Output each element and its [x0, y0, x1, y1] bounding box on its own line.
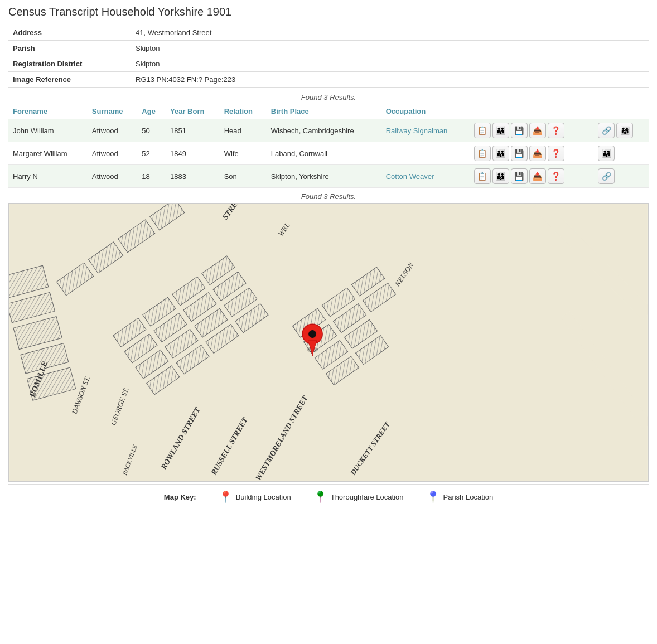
- image-label: Image Reference: [8, 72, 131, 88]
- action-group-1: 📋👪💾📤❓: [470, 142, 593, 165]
- family-link-btn[interactable]: 👨‍👩‍👧: [616, 123, 633, 138]
- save-btn[interactable]: 💾: [511, 146, 528, 161]
- page-title: Census Transcript Household Yorkshire 19…: [8, 6, 649, 18]
- cell-surname: Attwood: [88, 119, 138, 142]
- action-group-2: 👨‍👩‍👧: [593, 142, 649, 165]
- address-value: 41, Westmorland Street: [131, 25, 649, 41]
- help-btn[interactable]: ❓: [548, 123, 564, 138]
- family-link-btn[interactable]: 👨‍👩‍👧: [598, 146, 615, 161]
- col-actions1: [470, 104, 593, 119]
- cell-age: 18: [137, 165, 166, 188]
- col-birth-place: Birth Place: [267, 104, 381, 119]
- building-pin-icon: 📍: [219, 490, 233, 503]
- col-age: Age: [137, 104, 166, 119]
- col-relation: Relation: [220, 104, 267, 119]
- save-btn[interactable]: 💾: [511, 123, 528, 138]
- parish-label: Parish Location: [443, 493, 494, 501]
- cell-relation: Wife: [220, 142, 267, 165]
- building-label: Building Location: [236, 493, 291, 501]
- help-btn[interactable]: ❓: [548, 168, 564, 184]
- table-row: John WilliamAttwood501851HeadWisbech, Ca…: [8, 119, 649, 142]
- results-top: Found 3 Results.: [8, 93, 649, 101]
- map-key-building: 📍 Building Location: [219, 490, 291, 503]
- col-forename: Forename: [8, 104, 88, 119]
- family-btn[interactable]: 👪: [492, 146, 509, 161]
- cell-age: 52: [137, 142, 166, 165]
- cell-surname: Attwood: [88, 142, 138, 165]
- cell-relation: Son: [220, 165, 267, 188]
- help-btn[interactable]: ❓: [548, 146, 564, 161]
- cell-year-born: 1851: [166, 119, 220, 142]
- doc-btn[interactable]: 📋: [474, 146, 491, 161]
- cell-forename: John William: [8, 119, 88, 142]
- save-btn[interactable]: 💾: [511, 168, 528, 184]
- action-group-1: 📋👪💾📤❓: [470, 119, 593, 142]
- col-surname: Surname: [88, 104, 138, 119]
- person-link-btn[interactable]: 🔗: [598, 168, 615, 184]
- registration-label: Registration District: [8, 56, 131, 72]
- doc-btn[interactable]: 📋: [474, 168, 491, 184]
- action-group-2: 🔗: [593, 165, 649, 188]
- cell-forename: Harry N: [8, 165, 88, 188]
- table-row: Harry NAttwood181883SonSkipton, Yorkshir…: [8, 165, 649, 188]
- export-btn[interactable]: 📤: [529, 168, 546, 184]
- export-btn[interactable]: 📤: [529, 123, 546, 138]
- cell-surname: Attwood: [88, 165, 138, 188]
- cell-year-born: 1883: [166, 165, 220, 188]
- parish-value: Skipton: [131, 41, 649, 56]
- parish-label: Parish: [8, 41, 131, 56]
- cell-birth-place: Skipton, Yorkshire: [267, 165, 381, 188]
- cell-year-born: 1849: [166, 142, 220, 165]
- image-value: RG13 PN:4032 FN:? Page:223: [131, 72, 649, 88]
- col-actions2: [593, 104, 649, 119]
- table-row: Margaret WilliamAttwood521849WifeLaband,…: [8, 142, 649, 165]
- export-btn[interactable]: 📤: [529, 146, 546, 161]
- action-group-2: 🔗👨‍👩‍👧: [593, 119, 649, 142]
- cell-forename: Margaret William: [8, 142, 88, 165]
- doc-btn[interactable]: 📋: [474, 123, 491, 138]
- person-link-btn[interactable]: 🔗: [598, 123, 615, 138]
- thoroughfare-pin-icon: 📍: [313, 490, 327, 503]
- cell-occupation: [381, 142, 470, 165]
- thoroughfare-label: Thoroughfare Location: [331, 493, 404, 501]
- map-footer: Map Key: 📍 Building Location 📍 Thoroughf…: [8, 484, 649, 509]
- col-year-born: Year Born: [166, 104, 220, 119]
- info-table: Address 41, Westmorland Street Parish Sk…: [8, 25, 649, 88]
- map-key-thoroughfare: 📍 Thoroughfare Location: [313, 490, 404, 503]
- svg-point-54: [308, 330, 316, 338]
- parish-pin-icon: 📍: [426, 490, 440, 503]
- cell-relation: Head: [220, 119, 267, 142]
- cell-birth-place: Wisbech, Cambridgeshire: [267, 119, 381, 142]
- registration-value: Skipton: [131, 56, 649, 72]
- results-bottom: Found 3 Results.: [8, 192, 649, 201]
- cell-occupation[interactable]: Cotton Weaver: [381, 165, 470, 188]
- family-btn[interactable]: 👪: [492, 168, 509, 184]
- col-occupation: Occupation: [381, 104, 470, 119]
- cell-occupation[interactable]: Railway Signalman: [381, 119, 470, 142]
- cell-birth-place: Laband, Cornwall: [267, 142, 381, 165]
- person-table: Forename Surname Age Year Born Relation …: [8, 104, 649, 188]
- svg-rect-3: [9, 204, 647, 481]
- cell-age: 50: [137, 119, 166, 142]
- map-container: ROMILLE DAWSON ST. GEORGE ST. BACKVILLE …: [8, 203, 649, 482]
- family-btn[interactable]: 👪: [492, 123, 509, 138]
- map-key-parish: 📍 Parish Location: [426, 490, 494, 503]
- action-group-1: 📋👪💾📤❓: [470, 165, 593, 188]
- address-label: Address: [8, 25, 131, 41]
- map-key-title: Map Key:: [164, 493, 196, 501]
